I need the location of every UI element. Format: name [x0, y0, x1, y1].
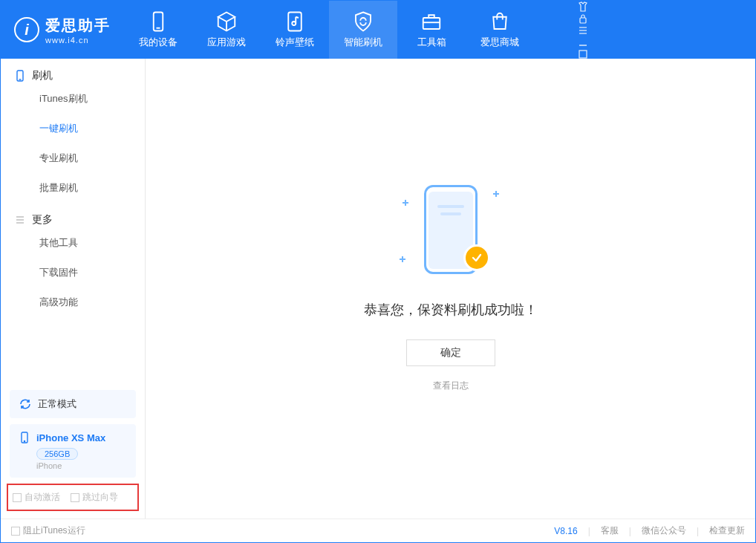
device-mode-label: 正常模式	[38, 397, 76, 411]
view-log-link[interactable]: 查看日志	[433, 380, 469, 392]
success-illustration	[388, 185, 514, 282]
device-name: iPhone XS Max	[36, 432, 105, 443]
tab-label: 应用游戏	[207, 36, 246, 49]
sidebar-item-download-firmware[interactable]: 下载固件	[1, 258, 145, 287]
device-type: iPhone	[36, 461, 127, 470]
device-panel: 正常模式 iPhone XS Max 256GB iPhone 自动激活 跳过向…	[1, 384, 145, 518]
list-icon	[14, 214, 26, 226]
sparkle-icon	[493, 191, 499, 197]
tab-label: 我的设备	[139, 36, 177, 49]
main-tabs: 我的设备 应用游戏 铃声壁纸 智能刷机 工具箱 爱思商城	[124, 1, 534, 59]
tab-toolbox[interactable]: 工具箱	[397, 1, 466, 59]
sidebar-item-oneclick-flash[interactable]: 一键刷机	[1, 114, 145, 143]
svg-point-3	[292, 22, 296, 25]
device-info-box[interactable]: iPhone XS Max 256GB iPhone	[10, 424, 136, 478]
lock-icon[interactable]	[577, 13, 589, 25]
sparkle-icon	[403, 200, 408, 206]
tab-apps-games[interactable]: 应用游戏	[192, 1, 261, 59]
checkbox-block-itunes[interactable]: 阻止iTunes运行	[11, 524, 85, 537]
sidebar-item-advanced[interactable]: 高级功能	[1, 287, 145, 317]
wechat-link[interactable]: 微信公众号	[642, 524, 686, 537]
svg-point-22	[24, 440, 25, 441]
tshirt-icon[interactable]	[577, 1, 589, 13]
statusbar: 阻止iTunes运行 V8.16 | 客服 | 微信公众号 | 检查更新	[1, 518, 755, 542]
tab-label: 智能刷机	[344, 36, 382, 49]
toolbox-icon	[420, 10, 443, 33]
main-content: 恭喜您，保资料刷机成功啦！ 确定 查看日志	[146, 59, 755, 518]
logo-text: 爱思助手 www.i4.cn	[45, 16, 111, 45]
logo-icon: i	[14, 17, 39, 42]
tab-my-device[interactable]: 我的设备	[124, 1, 192, 59]
version-label: V8.16	[554, 526, 577, 536]
app-name-en: www.i4.cn	[45, 36, 111, 45]
sidebar-item-batch-flash[interactable]: 批量刷机	[1, 173, 145, 203]
cube-icon	[215, 10, 238, 33]
check-update-link[interactable]: 检查更新	[709, 524, 745, 537]
device-capacity: 256GB	[36, 448, 78, 460]
sidebar-item-other-tools[interactable]: 其他工具	[1, 228, 145, 258]
sidebar-section-more: 更多	[1, 203, 145, 228]
checkbox-skip-guide[interactable]: 跳过向导	[71, 491, 118, 504]
device-icon	[147, 10, 169, 33]
svg-rect-6	[580, 18, 586, 23]
support-link[interactable]: 客服	[601, 524, 619, 537]
svg-rect-11	[579, 51, 587, 58]
app-logo[interactable]: i 爱思助手 www.i4.cn	[1, 1, 124, 59]
device-mode-box[interactable]: 正常模式	[10, 390, 136, 418]
sidebar-item-pro-flash[interactable]: 专业刷机	[1, 143, 145, 173]
tab-label: 铃声壁纸	[276, 36, 314, 49]
phone-small-icon	[14, 70, 26, 82]
svg-rect-4	[423, 18, 440, 29]
app-name-cn: 爱思助手	[45, 16, 111, 36]
tab-ringtone-wallpaper[interactable]: 铃声壁纸	[261, 1, 329, 59]
minimize-icon[interactable]	[577, 36, 589, 48]
tab-flash[interactable]: 智能刷机	[329, 1, 397, 59]
sidebar-item-itunes-flash[interactable]: iTunes刷机	[1, 84, 145, 114]
menu-icon[interactable]	[577, 25, 589, 36]
phone-device-icon	[19, 432, 30, 443]
sidebar: 刷机 iTunes刷机 一键刷机 专业刷机 批量刷机 更多 其他工具 下载固件 …	[1, 59, 146, 518]
tab-label: 工具箱	[417, 36, 446, 49]
options-highlight-box: 自动激活 跳过向导	[7, 484, 139, 511]
shield-sync-icon	[352, 10, 374, 33]
store-icon	[489, 10, 511, 33]
check-badge-icon	[463, 244, 490, 271]
tab-store[interactable]: 爱思商城	[466, 1, 534, 59]
success-message: 恭喜您，保资料刷机成功啦！	[364, 301, 538, 319]
sidebar-section-flash: 刷机	[1, 59, 145, 84]
titlebar: i 爱思助手 www.i4.cn 我的设备 应用游戏 铃声壁纸 智能刷机 工具箱	[1, 1, 755, 59]
sync-icon	[19, 397, 32, 411]
tab-label: 爱思商城	[480, 36, 519, 49]
music-file-icon	[284, 10, 306, 33]
sparkle-icon	[400, 256, 405, 262]
ok-button[interactable]: 确定	[406, 339, 495, 366]
checkbox-auto-activate[interactable]: 自动激活	[13, 491, 60, 504]
